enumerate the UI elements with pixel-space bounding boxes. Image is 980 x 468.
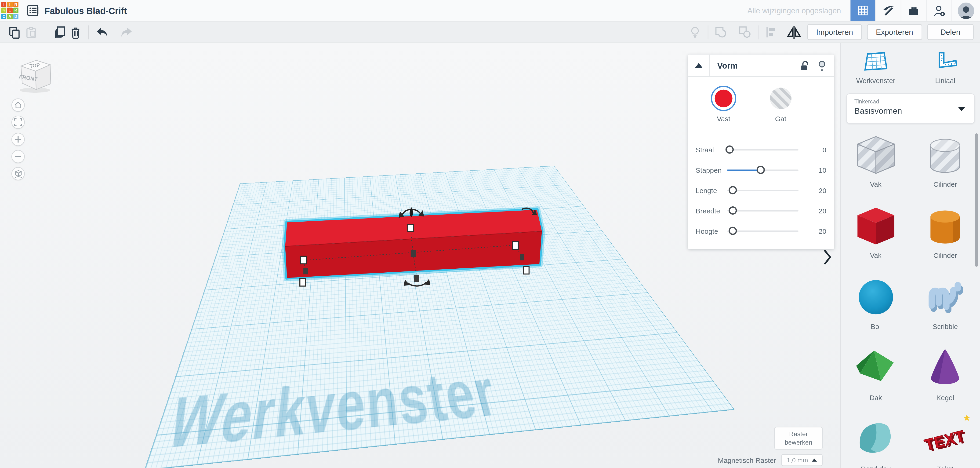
delete-button[interactable] — [67, 24, 84, 40]
rotate-handle-bottom[interactable] — [407, 282, 426, 286]
scale-handle-left[interactable] — [301, 256, 306, 264]
zoom-out-button[interactable] — [11, 150, 25, 163]
slider-label: Stappen — [695, 166, 725, 174]
export-button[interactable]: Exporteren — [867, 24, 922, 40]
shapes-panel: Werkvenster Liniaal Tinkercad Basisvorme… — [840, 43, 980, 468]
mid-handle-right[interactable] — [520, 254, 524, 260]
paste-button[interactable] — [23, 24, 40, 40]
workplane-tool-button[interactable]: Werkvenster — [841, 51, 910, 84]
slider-value: 10 — [805, 166, 826, 174]
snap-grid-select[interactable]: 1,0 mm — [781, 454, 822, 466]
length-slider[interactable] — [727, 190, 799, 191]
inspector-sliders: Straal 0 Stappen 10 Lengte 20 — [695, 133, 826, 249]
height-slider[interactable] — [727, 231, 799, 232]
shapes-panel-top: Werkvenster Liniaal — [841, 43, 980, 84]
plus-icon — [14, 135, 22, 143]
logo-tile: T — [1, 2, 6, 7]
workplane-icon — [862, 51, 889, 74]
shape-label: Cilinder — [934, 180, 957, 188]
scale-handle-corner-right[interactable] — [523, 266, 529, 274]
slider-value: 20 — [805, 228, 826, 235]
tinkercad-app: T I N K E R C A D Fabulous Blad-Crift Al… — [0, 0, 980, 468]
inspector-title: Vorm — [710, 60, 800, 70]
shape-item-bol[interactable]: Bol — [841, 274, 910, 345]
slider-row-breedte: Breedte 20 — [695, 201, 826, 221]
hole-swatch — [770, 88, 791, 109]
steps-slider[interactable] — [727, 170, 799, 171]
scale-handle-top[interactable] — [408, 224, 414, 231]
undo-button[interactable] — [93, 24, 110, 40]
roof-wedge-icon — [852, 345, 899, 392]
view-cube-top-label: TOP — [29, 62, 40, 69]
unlock-icon — [800, 60, 810, 71]
mid-handle-left[interactable] — [303, 268, 308, 274]
grid-controls: Raster bewerken Magnetisch Raster 1,0 mm — [718, 427, 822, 466]
ruler-tool-label: Liniaal — [935, 77, 955, 84]
shape-item-kegel[interactable]: Kegel — [910, 345, 980, 416]
mid-handle-bottom[interactable] — [414, 275, 419, 282]
shape-item-vak-hole[interactable]: Vak — [841, 132, 910, 203]
trash-icon — [69, 26, 82, 38]
shape-item-scribble[interactable]: Scribble — [910, 274, 980, 345]
radius-slider[interactable] — [727, 149, 799, 150]
copy-button[interactable] — [6, 24, 23, 40]
import-button[interactable]: Importeren — [807, 24, 862, 40]
view-cube[interactable]: TOP FRONT — [15, 57, 54, 94]
ungroup-button[interactable] — [737, 24, 753, 40]
bricks-export-button[interactable] — [901, 0, 926, 21]
show-all-button[interactable] — [687, 24, 703, 40]
perspective-toggle-button[interactable] — [11, 167, 25, 180]
shape-item-tekst[interactable]: ★ TEXT TEXT Tekst — [910, 416, 980, 468]
undo-icon — [94, 26, 108, 38]
home-view-button[interactable] — [11, 99, 25, 112]
shape-item-cilinder-hole[interactable]: Cilinder — [910, 132, 980, 203]
slider-row-hoogte: Hoogte 20 — [695, 221, 826, 241]
invite-collaborator-button[interactable] — [926, 0, 951, 21]
shape-item-dak[interactable]: Dak — [841, 345, 910, 416]
slider-row-stappen: Stappen 10 — [695, 160, 826, 180]
tinkercad-logo[interactable]: T I N K E R C A D — [1, 2, 18, 19]
screenshot-root: T I N K E R C A D Fabulous Blad-Crift Al… — [0, 0, 980, 468]
ruler-tool-button[interactable]: Liniaal — [910, 51, 980, 84]
option-hole[interactable]: Gat — [764, 86, 797, 123]
lock-toggle-button[interactable] — [800, 60, 810, 71]
shape-item-rond-dak[interactable]: Rond dak — [841, 416, 910, 468]
caret-down-icon — [958, 107, 966, 111]
caret-up-icon — [812, 458, 817, 462]
inspector-collapse-button[interactable] — [688, 54, 710, 76]
group-button[interactable] — [713, 24, 729, 40]
shape-library-select[interactable]: Tinkercad Basisvormen — [846, 93, 975, 124]
width-slider[interactable] — [727, 210, 799, 211]
scale-handle-corner-left[interactable] — [300, 279, 305, 286]
toolbar-divider — [758, 25, 759, 39]
zoom-in-button[interactable] — [11, 133, 25, 146]
shape-item-vak[interactable]: Vak — [841, 203, 910, 274]
option-solid[interactable]: Vast — [707, 86, 740, 123]
scale-handle-right[interactable] — [512, 242, 518, 250]
blocks-grid-button[interactable] — [850, 0, 875, 21]
pickaxe-icon — [882, 4, 895, 17]
mirror-button[interactable] — [786, 24, 802, 40]
edit-grid-button[interactable]: Raster bewerken — [775, 427, 822, 450]
shape-label: Vak — [870, 252, 881, 259]
redo-button[interactable] — [119, 24, 135, 40]
paste-icon — [25, 26, 37, 38]
align-button[interactable] — [763, 24, 780, 40]
home-icon — [14, 101, 22, 109]
bulb-icon — [818, 60, 826, 71]
minus-icon — [14, 152, 22, 161]
share-button[interactable]: Delen — [927, 24, 974, 40]
fit-view-button[interactable] — [11, 116, 25, 129]
avatar[interactable] — [958, 2, 974, 19]
shape-item-cilinder[interactable]: Cilinder — [910, 203, 980, 274]
viewport-3d[interactable]: Werkvenster — [0, 43, 840, 468]
design-menu-button[interactable] — [25, 3, 40, 18]
mid-handle-center[interactable] — [411, 250, 416, 257]
round-roof-icon — [852, 416, 899, 463]
minecraft-export-button[interactable] — [875, 0, 901, 21]
visibility-toggle-button[interactable] — [818, 60, 826, 71]
duplicate-button[interactable] — [51, 24, 67, 40]
shapes-panel-collapse-button[interactable] — [823, 249, 832, 267]
gallery-scrollbar[interactable] — [975, 134, 978, 267]
shape-label: Kegel — [936, 393, 954, 401]
